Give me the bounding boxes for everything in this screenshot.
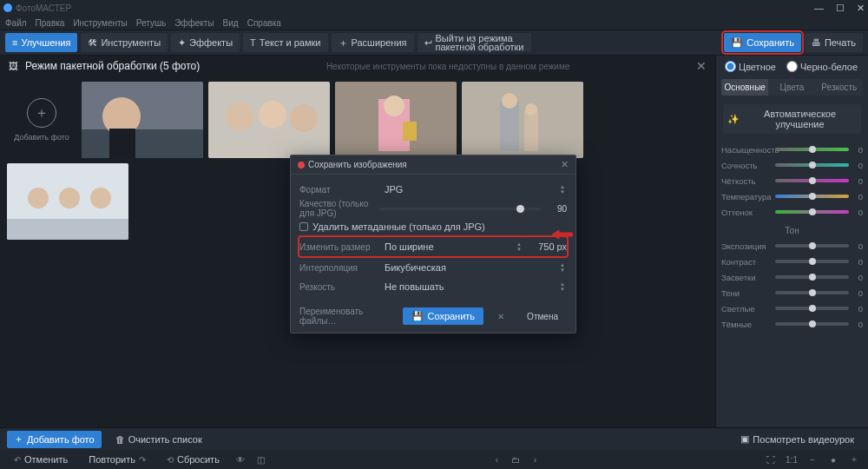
close-batch-icon[interactable]: ✕	[696, 59, 707, 73]
sharp-select[interactable]: Не повышать▲▼	[379, 279, 567, 294]
window-close-icon[interactable]: ✕	[857, 3, 865, 14]
tab-text-frames[interactable]: TТекст и рамки	[243, 33, 327, 52]
tab-tools[interactable]: 🛠Инструменты	[81, 33, 168, 52]
tab-extensions[interactable]: ＋Расширения	[332, 33, 414, 52]
text-icon: T	[250, 37, 256, 48]
menu-edit[interactable]: Правка	[36, 18, 65, 28]
section-tone: Тон	[721, 226, 863, 235]
tab-enhance[interactable]: ≡Улучшения	[5, 33, 77, 52]
tab-effects[interactable]: ✦Эффекты	[171, 33, 240, 52]
menu-help[interactable]: Справка	[247, 18, 281, 28]
quality-slider[interactable]	[379, 208, 541, 210]
exit-batch-button[interactable]: ↩ Выйти из режимапакетной обработки	[418, 33, 531, 52]
tab-colors[interactable]: Цвета	[768, 79, 815, 96]
dialog-save-button[interactable]: 💾Сохранить	[403, 307, 483, 325]
app-name: ФотоМАСТЕР	[16, 3, 71, 13]
zoom-in-icon[interactable]: ＋	[847, 452, 861, 466]
svg-rect-11	[403, 122, 417, 141]
window-minimize-icon[interactable]: —	[814, 3, 824, 14]
svg-point-15	[502, 93, 517, 109]
svg-point-7	[290, 104, 318, 132]
trash-icon: 🗑	[115, 434, 125, 445]
zoom-11[interactable]: 1:1	[785, 452, 799, 466]
thumbnail[interactable]	[208, 82, 330, 158]
svg-rect-3	[109, 129, 135, 158]
quality-label: Качество (только для JPG)	[299, 199, 374, 218]
slider-blacks[interactable]: Тёмные0	[721, 317, 863, 331]
zoom-slider[interactable]: ●	[826, 452, 840, 466]
menu-bar: Файл Правка Инструменты Ретушь Эффекты В…	[0, 16, 868, 30]
slider-exposure[interactable]: Экспозиция0	[721, 239, 863, 253]
menu-view[interactable]: Вид	[223, 18, 239, 28]
slider-contrast[interactable]: Контраст0	[721, 254, 863, 268]
print-button[interactable]: 🖶Печать	[805, 33, 863, 52]
radio-color[interactable]: Цветное	[725, 61, 776, 72]
svg-point-6	[259, 101, 286, 129]
svg-marker-22	[552, 230, 573, 239]
thumbnail[interactable]	[82, 82, 203, 158]
dialog-cancel-x[interactable]: ✕	[489, 307, 513, 325]
window-maximize-icon[interactable]: ☐	[836, 3, 845, 14]
resize-select[interactable]: По ширине▲▼	[379, 239, 523, 254]
tutorial-button[interactable]: ▣Посмотреть видеоурок	[733, 431, 861, 448]
zoom-out-icon[interactable]: −	[806, 452, 819, 466]
thumbnail[interactable]	[7, 163, 128, 240]
menu-effects[interactable]: Эффекты	[174, 18, 214, 28]
slider-shadows[interactable]: Тени0	[721, 286, 863, 300]
svg-rect-1	[82, 129, 203, 158]
menu-file[interactable]: Файл	[5, 18, 27, 28]
plus-icon: ＋	[339, 36, 348, 50]
resize-px[interactable]: 750 px	[529, 241, 567, 252]
slider-clarity[interactable]: Чёткость0	[721, 174, 863, 188]
svg-point-10	[384, 96, 404, 116]
svg-point-18	[28, 188, 49, 208]
thumbnail[interactable]	[335, 82, 457, 158]
rename-files-link[interactable]: Переименовать файлы…	[299, 307, 392, 326]
dialog-close-icon[interactable]: ✕	[561, 159, 569, 170]
slider-saturation[interactable]: Насыщенность0	[721, 142, 863, 156]
batch-title: Режим пакетной обработки (5 фото)	[25, 60, 200, 72]
svg-point-20	[90, 188, 111, 208]
save-button[interactable]: 💾Сохранить	[724, 33, 801, 52]
eye-icon[interactable]: 👁	[233, 452, 247, 466]
svg-rect-14	[524, 111, 538, 151]
slider-tint[interactable]: Оттенок0	[721, 205, 863, 219]
format-select[interactable]: JPG▲▼	[379, 182, 567, 197]
menu-tools[interactable]: Инструменты	[73, 18, 127, 28]
reset-button[interactable]: ⟲ Сбросить	[160, 451, 227, 468]
slider-whites[interactable]: Светлые0	[721, 301, 863, 315]
sharp-label: Резкость	[299, 282, 374, 292]
interp-select[interactable]: Бикубическая▲▼	[379, 260, 567, 275]
interp-label: Интерполяция	[299, 263, 374, 273]
thumbnail[interactable]	[462, 82, 583, 158]
tab-sharpness[interactable]: Резкость	[816, 79, 863, 96]
tab-basic[interactable]: Основные	[721, 79, 768, 96]
folder-icon[interactable]: 🗀	[509, 452, 523, 466]
next-icon[interactable]: ›	[528, 452, 542, 466]
clear-list-button[interactable]: 🗑Очистить список	[108, 431, 209, 448]
add-photo-tile[interactable]: ＋ Добавить фото	[7, 82, 76, 158]
undo-button[interactable]: ↶ Отменить	[7, 451, 75, 468]
annotation-arrow-icon	[552, 229, 573, 240]
auto-enhance-button[interactable]: ✨Автоматическое улучшение	[723, 104, 861, 134]
radio-bw[interactable]: Черно-белое	[786, 61, 858, 72]
strip-metadata-checkbox[interactable]: Удалить метаданные (только для JPG)	[299, 218, 567, 235]
fit-icon[interactable]: ⛶	[764, 452, 778, 466]
format-label: Формат	[299, 185, 374, 195]
status-bar: ↶ Отменить Повторить ↷ ⟲ Сбросить 👁 ◫ ‹ …	[0, 450, 868, 469]
side-panel: Цветное Черно-белое Основные Цвета Резко…	[715, 56, 868, 427]
compare-icon[interactable]: ◫	[254, 452, 268, 466]
slider-temperature[interactable]: Температура0	[721, 189, 863, 203]
add-photo-button[interactable]: ＋Добавить фото	[7, 431, 102, 448]
save-icon: 💾	[411, 311, 424, 322]
dialog-cancel-button[interactable]: Отмена	[518, 307, 567, 325]
slider-highlights[interactable]: Засветки0	[721, 270, 863, 284]
slider-vibrance[interactable]: Сочность0	[721, 158, 863, 172]
video-icon: ▣	[740, 433, 749, 445]
save-icon: 💾	[731, 37, 743, 49]
redo-button[interactable]: Повторить ↷	[82, 451, 153, 468]
svg-point-19	[59, 188, 80, 208]
menu-retouch[interactable]: Ретушь	[136, 18, 166, 28]
prev-icon[interactable]: ‹	[490, 452, 503, 466]
exit-icon: ↩	[424, 38, 432, 47]
